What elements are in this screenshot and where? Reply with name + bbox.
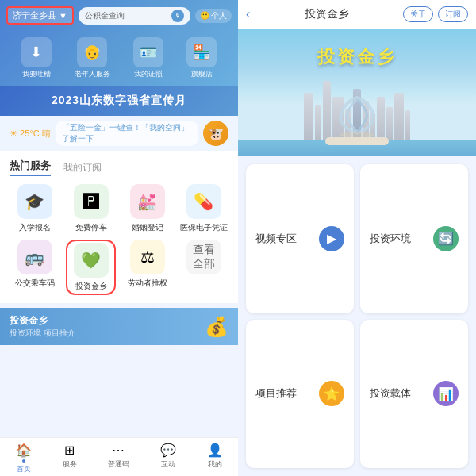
search-text: 公积金查询 xyxy=(85,10,125,21)
flagship-label: 旗舰店 xyxy=(191,69,213,79)
quick-icon-certificate[interactable]: 🪪 我的证照 xyxy=(133,37,163,79)
feature-carrier[interactable]: 投资载体 📊 xyxy=(360,320,468,469)
labor-label: 劳动者推权 xyxy=(128,278,167,289)
mascot-icon: 🐮 xyxy=(203,121,228,146)
dropdown-icon: ▼ xyxy=(59,11,67,21)
weather-info: ☀ 25°C 晴 xyxy=(10,128,51,140)
feature-cards-grid: 视频专区 ▶ 投资环境 🔄 项目推荐 ⭐ 投资载体 📊 xyxy=(238,156,476,476)
complaint-icon: ⬇ xyxy=(21,37,52,67)
certificate-icon: 🪪 xyxy=(133,37,163,67)
school-icon: 🎓 xyxy=(17,184,52,219)
nav-home-label: 首页 xyxy=(17,464,31,474)
mic-icon[interactable]: 🎙 xyxy=(171,10,184,22)
quick-icon-flagship[interactable]: 🏪 旗舰店 xyxy=(186,37,217,79)
certificate-label: 我的证照 xyxy=(134,69,163,79)
bottom-banner-info: 投资金乡 投资环境 项目推介 xyxy=(10,314,75,339)
bottom-promo-banner[interactable]: 投资金乡 投资环境 项目推介 💰 xyxy=(0,308,238,345)
elderly-label: 老年人服务 xyxy=(75,69,110,79)
qrcode-icon: ⋯ xyxy=(112,443,125,458)
elderly-icon: 👴 xyxy=(77,37,107,67)
bus-icon: 🚌 xyxy=(17,240,52,274)
quick-icon-complaint[interactable]: ⬇ 我要吐槽 xyxy=(21,37,52,79)
header-buttons: 关于 订阅 xyxy=(403,6,468,22)
subscribe-button[interactable]: 订阅 xyxy=(438,6,468,22)
services-icon: ⊞ xyxy=(64,443,75,458)
nav-profile-label: 我的 xyxy=(208,459,222,470)
parking-icon: 🅿 xyxy=(74,184,109,219)
building-10 xyxy=(386,107,393,140)
interact-icon: 💬 xyxy=(160,443,176,458)
service-more[interactable]: 查看全部 xyxy=(178,240,228,295)
sculpture xyxy=(329,94,385,144)
person-button[interactable]: 🙂 个人 xyxy=(195,9,232,23)
medical-label: 医保电子凭证 xyxy=(180,222,228,233)
invest-icon: 💚 xyxy=(74,243,109,278)
building-12 xyxy=(405,110,410,140)
service-marriage[interactable]: 💒 婚姻登记 xyxy=(122,184,172,233)
feature-environment-label: 投资环境 xyxy=(370,232,411,246)
right-header: ‹ 投资金乡 关于 订阅 xyxy=(238,0,476,29)
back-button[interactable]: ‹ xyxy=(246,7,250,21)
person-label: 个人 xyxy=(211,10,227,21)
service-medical[interactable]: 💊 医保电子凭证 xyxy=(178,184,228,233)
nav-profile[interactable]: 👤 我的 xyxy=(207,443,223,474)
feature-projects-content: 项目推荐 ⭐ xyxy=(252,381,347,406)
feature-video[interactable]: 视频专区 ▶ xyxy=(246,164,354,313)
about-button[interactable]: 关于 xyxy=(403,6,433,22)
location-selector[interactable]: 济宁金乡县 ▼ xyxy=(6,6,74,25)
nav-home[interactable]: 🏠 首页 xyxy=(16,443,32,474)
building-11 xyxy=(394,93,404,140)
content-area: 2023山东数字强省宣传月 ☀ 25°C 晴 「五险一金」一键查！「我的空间」了… xyxy=(0,86,238,437)
feature-projects-label: 项目推荐 xyxy=(255,386,297,401)
coin-icon: 💰 xyxy=(205,316,228,338)
feature-video-label: 视频专区 xyxy=(255,232,297,246)
search-bar[interactable]: 公积金查询 🎙 xyxy=(79,7,190,25)
flagship-icon: 🏪 xyxy=(186,37,217,67)
notice-text[interactable]: 「五险一金」一键查！「我的空间」了解一下 xyxy=(56,121,198,146)
feature-carrier-content: 投资载体 📊 xyxy=(367,381,462,406)
bottom-nav-bar: 🏠 首页 ⊞ 服务 ⋯ 普通码 💬 互动 👤 我的 xyxy=(0,437,238,476)
quick-icon-elderly[interactable]: 👴 老年人服务 xyxy=(75,37,110,79)
left-header: 济宁金乡县 ▼ 公积金查询 🎙 🙂 个人 ⬇ 我要吐槽 👴 老年人服务 xyxy=(0,0,238,86)
nav-interact-label: 互动 xyxy=(161,459,175,470)
nav-qrcode-label: 普通码 xyxy=(108,459,129,470)
service-invest[interactable]: 💚 投资金乡 xyxy=(66,240,116,295)
service-labor[interactable]: ⚖ 劳动者推权 xyxy=(122,240,172,295)
tab-hot-services[interactable]: 热门服务 xyxy=(10,159,51,176)
school-label: 入学报名 xyxy=(19,222,51,233)
feature-environment-content: 投资环境 🔄 xyxy=(367,226,462,251)
banner-text: 2023山东数字强省宣传月 xyxy=(52,94,186,106)
bus-label: 公交乘车码 xyxy=(15,278,55,289)
left-panel: 济宁金乡县 ▼ 公积金查询 🎙 🙂 个人 ⬇ 我要吐槽 👴 老年人服务 xyxy=(0,0,238,476)
location-text: 济宁金乡县 xyxy=(13,10,56,21)
video-play-icon: ▶ xyxy=(319,226,344,251)
labor-icon: ⚖ xyxy=(130,240,165,274)
feature-projects[interactable]: 项目推荐 ⭐ xyxy=(246,320,354,469)
feature-environment[interactable]: 投资环境 🔄 xyxy=(360,164,468,313)
banner-sub-bar: ☀ 25°C 晴 「五险一金」一键查！「我的空间」了解一下 🐮 xyxy=(0,116,238,151)
tab-my-orders[interactable]: 我的订阅 xyxy=(63,161,102,175)
svg-point-0 xyxy=(340,132,374,137)
quick-icons-row: ⬇ 我要吐槽 👴 老年人服务 🪪 我的证照 🏪 旗舰店 xyxy=(6,31,232,86)
building-1 xyxy=(304,93,313,140)
marriage-label: 婚姻登记 xyxy=(132,222,163,233)
nav-interact[interactable]: 💬 互动 xyxy=(160,443,176,474)
profile-icon: 👤 xyxy=(207,443,223,458)
nav-qrcode[interactable]: ⋯ 普通码 xyxy=(108,443,129,474)
top-bar: 济宁金乡县 ▼ 公积金查询 🎙 🙂 个人 xyxy=(6,6,232,25)
home-icon: 🏠 xyxy=(16,443,32,458)
building-2 xyxy=(315,105,321,140)
nav-services[interactable]: ⊞ 服务 xyxy=(63,443,77,474)
hero-title: 投资金乡 xyxy=(238,45,476,69)
medical-icon: 💊 xyxy=(186,184,221,219)
right-page-title: 投资金乡 xyxy=(256,7,397,21)
hero-image: 投资金乡 xyxy=(238,29,476,156)
service-bus[interactable]: 🚌 公交乘车码 xyxy=(10,240,60,295)
service-parking[interactable]: 🅿 免费停车 xyxy=(66,184,116,233)
service-school[interactable]: 🎓 入学报名 xyxy=(10,184,60,233)
projects-icon: ⭐ xyxy=(319,381,344,406)
carrier-icon: 📊 xyxy=(433,381,459,406)
services-grid: 🎓 入学报名 🅿 免费停车 💒 婚姻登记 💊 医保电子凭证 🚌 xyxy=(10,184,228,295)
home-active-dot xyxy=(22,459,25,463)
more-icon: 查看全部 xyxy=(186,240,221,274)
